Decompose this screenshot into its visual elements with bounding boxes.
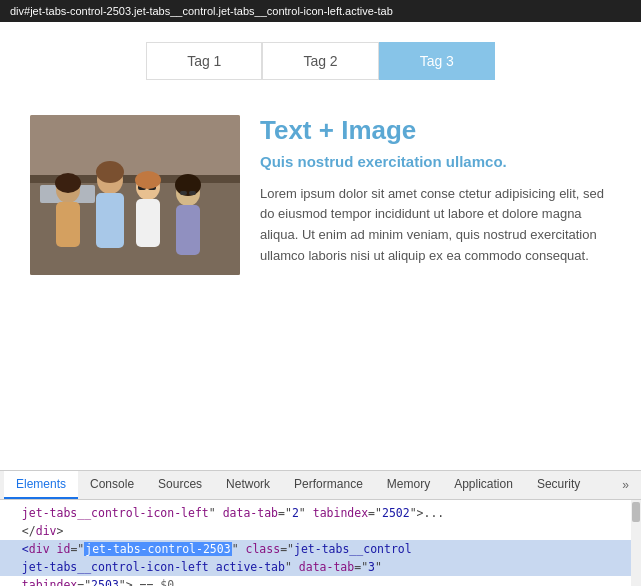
tabs-container: Tag 1 Tag 2 Tag 3 — [0, 22, 641, 95]
devtools-tab-network[interactable]: Network — [214, 471, 282, 499]
content-subtitle: Quis nostrud exercitation ullamco. — [260, 152, 611, 172]
content-image — [30, 115, 240, 275]
devtools-tab-memory[interactable]: Memory — [375, 471, 442, 499]
devtools-line-2: </div> — [0, 522, 641, 540]
tab-1[interactable]: Tag 1 — [146, 42, 262, 80]
svg-point-19 — [175, 174, 201, 196]
element-tooltip: div#jet-tabs-control-2503.jet-tabs__cont… — [0, 0, 641, 22]
svg-point-16 — [135, 171, 161, 189]
svg-rect-20 — [180, 191, 187, 195]
devtools-line-5: tabindex="2503"> == $0 — [0, 576, 641, 586]
content-text-block: Text + Image Quis nostrud exercitation u… — [260, 115, 611, 275]
content-area: Text + Image Quis nostrud exercitation u… — [0, 95, 641, 295]
devtools-tab-security[interactable]: Security — [525, 471, 592, 499]
svg-point-10 — [96, 161, 124, 183]
svg-point-7 — [55, 173, 81, 193]
devtools-more-button[interactable]: » — [614, 472, 637, 498]
devtools-line-3: <div id="jet-tabs-control-2503" class="j… — [0, 540, 641, 558]
tab-2[interactable]: Tag 2 — [262, 42, 378, 80]
devtools-tab-elements[interactable]: Elements — [4, 471, 78, 499]
devtools-tab-sources[interactable]: Sources — [146, 471, 214, 499]
devtools-tab-application[interactable]: Application — [442, 471, 525, 499]
tooltip-text: div#jet-tabs-control-2503.jet-tabs__cont… — [10, 5, 393, 17]
devtools-panel: Elements Console Sources Network Perform… — [0, 470, 641, 586]
content-title: Text + Image — [260, 115, 611, 146]
devtools-line-1: jet-tabs__control-icon-left" data-tab="2… — [0, 504, 641, 522]
devtools-tab-performance[interactable]: Performance — [282, 471, 375, 499]
svg-rect-12 — [136, 199, 160, 247]
devtools-scrollbar-thumb[interactable] — [632, 502, 640, 522]
svg-rect-21 — [189, 191, 196, 195]
svg-rect-9 — [96, 193, 124, 248]
tab-3[interactable]: Tag 3 — [379, 42, 495, 80]
devtools-code-view: jet-tabs__control-icon-left" data-tab="2… — [0, 500, 641, 586]
devtools-scrollbar[interactable] — [631, 500, 641, 586]
svg-rect-18 — [176, 205, 200, 255]
content-body: Lorem ipsum dolor sit amet conse ctetur … — [260, 184, 611, 267]
devtools-line-4: jet-tabs__control-icon-left active-tab" … — [0, 558, 641, 576]
svg-rect-6 — [56, 202, 80, 247]
devtools-tab-console[interactable]: Console — [78, 471, 146, 499]
devtools-tabs-bar: Elements Console Sources Network Perform… — [0, 471, 641, 500]
